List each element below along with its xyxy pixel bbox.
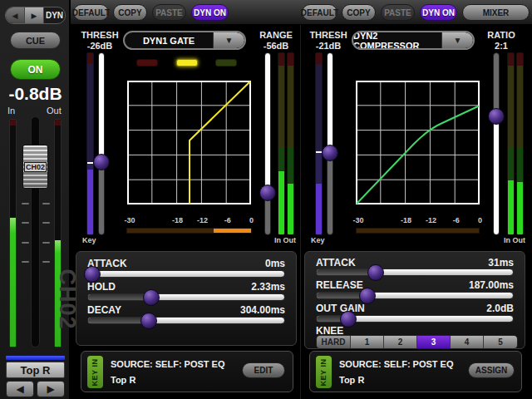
comp-keyin-assign-button[interactable]: ASSIGN	[468, 362, 515, 378]
fader-tick	[22, 222, 29, 224]
comp-knee-selector: HARD 1 2 3 4 5	[316, 335, 518, 349]
comp-thresh-handle[interactable]	[322, 145, 338, 161]
comp-release-value: 187.00ms	[469, 279, 514, 291]
gate-key-thresh-tick	[87, 162, 93, 164]
channel-fader-area: CH02 CH02	[0, 116, 71, 349]
comp-dyn-on-button[interactable]: DYN ON	[420, 4, 457, 21]
fader-knob-label: CH02	[24, 162, 47, 172]
gate-graph	[127, 81, 251, 204]
next-arrow-icon: ▶	[47, 383, 54, 395]
panel-divider	[300, 25, 301, 399]
gate-attack-handle[interactable]	[84, 266, 101, 283]
gate-led-green	[215, 59, 237, 66]
gate-led-red	[136, 59, 158, 66]
prev-channel-button[interactable]: ◀	[6, 7, 25, 23]
fader-tick	[42, 242, 50, 244]
comp-in-meter	[507, 52, 515, 235]
gate-range-slider[interactable]	[259, 52, 276, 235]
gate-hold-label: HOLD	[87, 281, 116, 293]
comp-release-label: RELEASE	[316, 279, 363, 291]
knee-option-5[interactable]: 5	[484, 336, 517, 348]
gate-keyin-tag: KEY IN	[87, 356, 103, 388]
gate-key-label: Key	[82, 236, 96, 244]
comp-keyin-channel: Top R	[339, 375, 364, 385]
input-meter-peak-segment	[10, 120, 16, 126]
gate-dyn-on-button[interactable]: DYN ON	[191, 4, 229, 21]
gate-hold-value: 2.33ms	[251, 281, 285, 293]
gate-decay-value: 304.00ms	[240, 304, 285, 316]
comp-thresh-label: THRESH	[308, 30, 348, 40]
comp-thresh-value: -21dB	[308, 41, 348, 51]
gate-decay-slider[interactable]	[87, 317, 285, 324]
comp-out-meter	[516, 52, 524, 235]
gate-thresh-handle[interactable]	[93, 154, 110, 170]
gate-inout-label: In Out	[274, 236, 296, 244]
knee-option-2[interactable]: 2	[384, 336, 417, 348]
layer-nav: ◀ ▶ DYN	[5, 7, 66, 24]
gate-thresh-slider[interactable]	[93, 52, 110, 235]
gate-range-value: -56dB	[256, 41, 296, 51]
gate-paste-button[interactable]: PASTE	[152, 4, 186, 21]
comp-attack-label: ATTACK	[316, 257, 356, 268]
fader-tick	[42, 203, 50, 204]
mixer-button[interactable]: MIXER	[462, 4, 530, 21]
output-meter-peak-segment	[55, 120, 61, 126]
channel-on-button[interactable]: ON	[10, 59, 61, 80]
fader-knob[interactable]: CH02	[22, 145, 48, 189]
comp-outgain-label: OUT GAIN	[316, 303, 365, 314]
comp-outgain-slider[interactable]	[316, 315, 514, 323]
comp-paste-button[interactable]: PASTE	[381, 4, 415, 21]
knee-option-hard[interactable]: HARD	[317, 336, 351, 348]
comp-keyin-box: KEY IN SOURCE: SELF: POST EQ Top R ASSIG…	[309, 351, 522, 392]
comp-release-handle[interactable]	[359, 288, 376, 304]
gate-attack-value: 0ms	[265, 258, 285, 269]
gate-out-meter	[287, 52, 294, 235]
gate-default-button[interactable]: DEFAULT	[73, 4, 109, 21]
comp-key-label: Key	[311, 236, 325, 244]
gate-params-panel: ATTACK 0ms HOLD 2.33ms DECAY 304.00ms	[76, 251, 297, 346]
cue-button[interactable]: CUE	[10, 32, 61, 49]
comp-copy-button[interactable]: COPY	[342, 4, 376, 21]
gate-thresh-label: THRESH	[80, 30, 120, 40]
gate-keyin-box: KEY IN SOURCE: SELF: POST EQ Top R EDIT	[81, 351, 293, 392]
gate-keyin-edit-button[interactable]: EDIT	[242, 362, 285, 378]
gate-curve	[190, 81, 250, 204]
comp-ratio-label: RATIO	[483, 30, 520, 40]
gate-in-meter	[278, 52, 285, 235]
gate-decay-handle[interactable]	[140, 313, 157, 329]
comp-default-button[interactable]: DEFAULT	[302, 4, 337, 21]
comp-gr-meter	[356, 228, 480, 234]
fader-tick	[22, 242, 29, 244]
knee-option-4[interactable]: 4	[451, 336, 484, 348]
comp-release-slider[interactable]	[316, 292, 514, 299]
comp-inout-label: In Out	[504, 236, 525, 244]
next-page-button[interactable]: ▶	[37, 381, 65, 397]
comp-keyin-tag: KEY IN	[316, 356, 332, 388]
comp-ratio-slider[interactable]	[488, 52, 505, 235]
comp-ratio-handle[interactable]	[488, 108, 505, 125]
gate-copy-button[interactable]: COPY	[113, 4, 147, 21]
gate-hold-handle[interactable]	[143, 289, 160, 306]
gate-type-dropdown[interactable]: DYN1 GATE ▼	[123, 31, 246, 50]
prev-arrow-icon: ◀	[12, 12, 18, 20]
meter-in-label: In	[7, 106, 15, 116]
gate-range-handle[interactable]	[259, 185, 276, 201]
gate-hold-slider[interactable]	[87, 293, 285, 301]
next-channel-button[interactable]: ▶	[25, 7, 44, 23]
gate-led-yellow	[176, 59, 198, 66]
prev-page-button[interactable]: ◀	[6, 381, 34, 397]
comp-attack-handle[interactable]	[367, 264, 384, 281]
gate-keyin-source: SOURCE: SELF: POST EQ	[111, 359, 225, 369]
input-meter-level	[10, 218, 16, 347]
knee-option-1[interactable]: 1	[351, 336, 384, 348]
comp-thresh-slider[interactable]	[322, 52, 338, 235]
gate-range-label: RANGE	[256, 30, 296, 40]
comp-type-dropdown[interactable]: DYN2 COMPRESSOR ▼	[352, 31, 475, 50]
gate-attack-slider[interactable]	[87, 270, 285, 278]
fader-level-value: -0.8dB	[0, 84, 71, 104]
comp-attack-slider[interactable]	[316, 268, 514, 276]
knee-option-3-selected[interactable]: 3	[417, 336, 451, 348]
comp-params-panel: ATTACK 31ms RELEASE 187.00ms OUT GAIN 2.…	[304, 251, 525, 349]
channel-color-bar	[6, 356, 65, 360]
comp-ratio-value: 2:1	[483, 41, 520, 51]
